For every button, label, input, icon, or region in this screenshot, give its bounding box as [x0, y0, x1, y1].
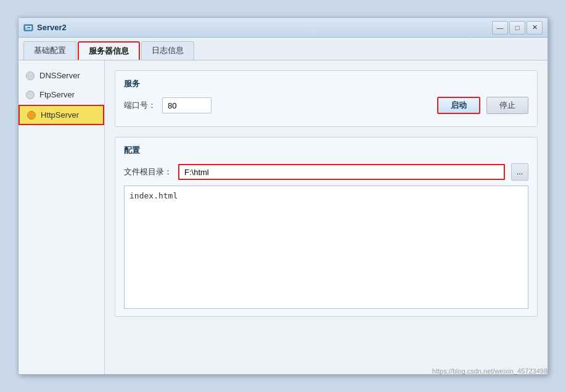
config-section: 配置 文件根目录： ... index.html — [115, 137, 538, 317]
path-input[interactable] — [178, 164, 505, 180]
svg-rect-3 — [27, 27, 30, 28]
ftp-status-dot — [26, 91, 35, 99]
service-section: 服务 端口号： 启动 停止 — [115, 70, 538, 127]
file-list-area[interactable]: index.html — [124, 186, 528, 309]
main-window: Server2 — □ ✕ 基础配置 服务器信息 日志信息 DNSServer … — [18, 17, 548, 375]
port-input[interactable] — [162, 97, 211, 113]
ftp-label: FtpServer — [39, 90, 75, 99]
restore-button[interactable]: □ — [509, 21, 525, 35]
content-area: DNSServer FtpServer HttpServer 服务 端口号： 启… — [18, 60, 548, 374]
watermark: https://blog.csdn.net/weixin_45723498 — [432, 367, 548, 375]
tab-log[interactable]: 日志信息 — [141, 41, 194, 60]
svg-point-2 — [25, 28, 27, 29]
sidebar-item-ftp[interactable]: FtpServer — [18, 86, 104, 104]
tab-bar: 基础配置 服务器信息 日志信息 — [18, 38, 548, 60]
sidebar: DNSServer FtpServer HttpServer — [18, 60, 105, 374]
port-label: 端口号： — [124, 100, 156, 111]
start-button[interactable]: 启动 — [437, 97, 480, 114]
path-row: 文件根目录： ... — [124, 163, 528, 181]
window-title: Server2 — [37, 23, 492, 32]
browse-button[interactable]: ... — [511, 163, 528, 181]
app-icon — [23, 23, 33, 33]
main-panel: 服务 端口号： 启动 停止 配置 文件根目录： ... index.html — [105, 60, 548, 374]
sidebar-item-dns[interactable]: DNSServer — [18, 67, 104, 84]
http-label: HttpServer — [41, 110, 79, 120]
dns-status-dot — [26, 71, 35, 80]
port-row: 端口号： 启动 停止 — [124, 97, 528, 114]
http-status-dot — [27, 111, 36, 120]
service-section-title: 服务 — [124, 78, 528, 89]
dns-label: DNSServer — [39, 71, 80, 80]
sidebar-item-http[interactable]: HttpServer — [18, 105, 104, 125]
window-controls: — □ ✕ — [492, 21, 543, 35]
title-bar: Server2 — □ ✕ — [18, 18, 548, 38]
minimize-button[interactable]: — — [492, 21, 508, 35]
stop-button[interactable]: 停止 — [486, 97, 528, 114]
close-button[interactable]: ✕ — [527, 21, 543, 35]
tab-server[interactable]: 服务器信息 — [78, 41, 140, 60]
tab-basic[interactable]: 基础配置 — [23, 41, 76, 60]
path-label: 文件根目录： — [124, 166, 172, 178]
config-section-title: 配置 — [124, 145, 528, 156]
